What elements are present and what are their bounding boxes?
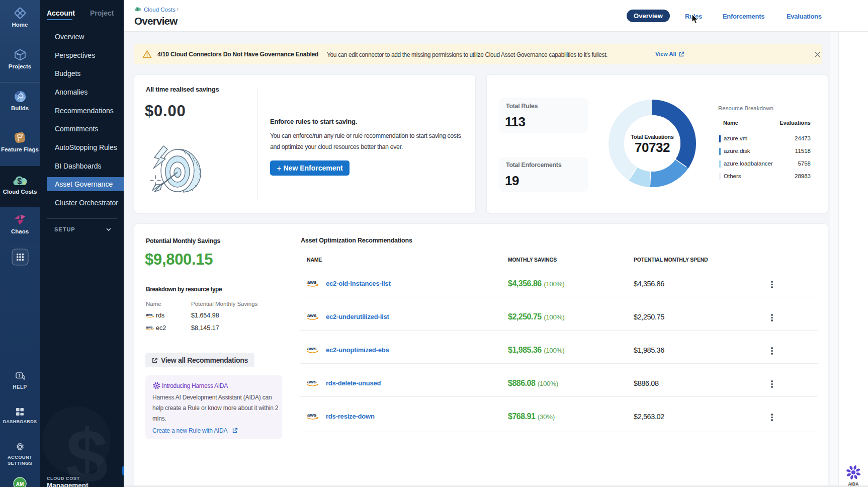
svg-text:$: $ [17, 177, 22, 186]
svg-text:aws: aws [307, 412, 317, 418]
svg-text:aws: aws [146, 326, 153, 329]
svg-text:aws: aws [307, 279, 317, 285]
svg-text:AM: AM [16, 481, 24, 487]
svg-text:aws: aws [307, 346, 317, 351]
svg-text:aws: aws [307, 312, 317, 318]
svg-text:aws: aws [146, 313, 153, 316]
svg-text:?: ? [18, 373, 21, 378]
svg-text:aws: aws [307, 379, 317, 384]
